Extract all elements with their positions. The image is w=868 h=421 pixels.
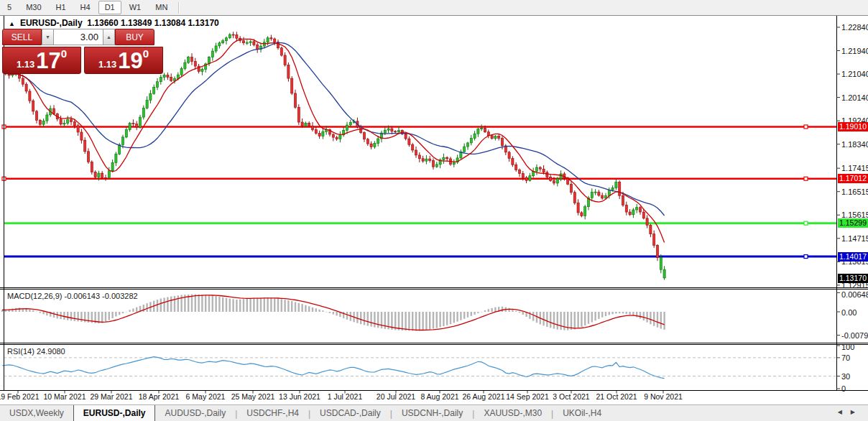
date-axis-label: 13 Jun 2021	[279, 392, 320, 401]
chart-title: ▲EURUSD-,Daily 1.13660 1.13849 1.13084 1…	[9, 18, 219, 28]
buy-price-display[interactable]: 1.13190	[84, 47, 163, 74]
hline-price-label: 1.19010	[838, 122, 868, 131]
rsi-indicator-label: RSI(14) 24.9080	[7, 347, 65, 356]
chart-tab-audusd-daily[interactable]: AUDUSD-,Daily	[155, 405, 235, 421]
macd-indicator-label: MACD(12,26,9) -0.006143 -0.003282	[7, 292, 138, 300]
rsi-axis-tick-label: 70	[841, 353, 850, 362]
macd-axis-tick-label: 0.006485	[841, 290, 868, 299]
chevron-up-icon: ▲	[106, 34, 111, 40]
chart-tab-ukoil-h4[interactable]: UKOil-,H4	[553, 405, 611, 421]
chart-tab-bar: USDX,WeeklyEURUSD-,DailyAUDUSD-,Daily|US…	[0, 404, 868, 421]
date-axis-label: 14 Sep 2021	[506, 392, 549, 401]
hlines-layer	[2, 125, 836, 259]
buy-button[interactable]: BUY	[115, 29, 154, 45]
volume-input[interactable]	[54, 29, 103, 45]
price-axis-tick-label: 1.14715	[841, 234, 868, 243]
date-axis-label: 29 Mar 2021	[91, 392, 133, 401]
rsi-axis-tick-label: 0	[841, 384, 846, 393]
macd-axis-tick-label: -0.007947	[841, 331, 868, 340]
date-axis-label: 26 Aug 2021	[463, 392, 505, 401]
price-axis-tick-label: 1.21940	[841, 47, 868, 55]
price-axis-tick-label: 1.18340	[841, 140, 868, 149]
buy-price-superscript: 0	[143, 49, 149, 59]
rsi-layer	[2, 357, 836, 379]
price-axis-tick-label: 1.20140	[841, 93, 868, 102]
chart-tab-eurusd-daily[interactable]: EURUSD-,Daily	[73, 405, 156, 421]
hline-price-label: 1.17012	[838, 174, 868, 183]
date-axis-label: 21 Oct 2021	[596, 392, 637, 401]
collapse-panel-icon[interactable]: ▲	[9, 20, 15, 27]
date-axis-label: 18 Apr 2021	[139, 392, 180, 401]
date-axis-label: 20 Jul 2021	[377, 392, 415, 401]
chevron-down-icon: ▼	[45, 34, 50, 40]
macd-signal-value: -0.003282	[102, 292, 138, 300]
sell-price-base: 1.13	[17, 57, 34, 72]
volume-increase-button[interactable]: ▲	[103, 29, 115, 45]
rsi-axis-tick-label: 100	[841, 343, 854, 351]
date-axis-label: 10 Mar 2021	[44, 392, 86, 401]
one-click-trade-panel: SELL ▼ ▲ BUY 1.13170 1.13190	[2, 29, 163, 74]
rsi-line	[2, 357, 665, 379]
rsi-value: 24.9080	[37, 347, 65, 356]
trading-platform-window: 5M30H1H4D1W1MN ▲EURUSD-,Daily 1.13660 1.…	[0, 0, 868, 421]
chart-tab-usdcad-daily[interactable]: USDCAD-,Daily	[310, 405, 390, 421]
buy-price-base: 1.13	[98, 57, 116, 72]
price-axis-tick-label: 1.22840	[841, 23, 868, 32]
date-axis-label: 25 May 2021	[231, 392, 275, 401]
date-axis-label: 8 Aug 2021	[420, 392, 458, 401]
tab-scroll-left-icon[interactable]: ◀	[838, 409, 851, 415]
date-axis-label: 3 Oct 2021	[553, 392, 589, 401]
symbol-period-label: EURUSD-,Daily	[20, 18, 83, 28]
volume-decrease-button[interactable]: ▼	[42, 29, 54, 45]
tick-marks	[18, 27, 840, 394]
buy-price-pips: 19	[118, 50, 142, 72]
sell-price-pips: 17	[36, 50, 60, 72]
macd-main-value: -0.006143	[64, 292, 100, 300]
rsi-axis-tick-label: 30	[841, 372, 850, 381]
chart-tab-usdx-weekly[interactable]: USDX,Weekly	[0, 405, 73, 421]
ohlc-values: 1.13660 1.13849 1.13084 1.13170	[87, 18, 219, 28]
price-axis-tick-label: 1.17415	[841, 164, 868, 172]
sell-price-display[interactable]: 1.13170	[2, 47, 81, 74]
date-axis-label: 6 May 2021	[186, 392, 226, 401]
current-price-label: 1.13170	[838, 274, 868, 283]
tab-scroll-right-icon[interactable]: ▶	[851, 409, 864, 415]
price-axis-tick-label: 1.21040	[841, 70, 868, 78]
tab-scroll-buttons: ◀▶	[838, 409, 864, 415]
date-axis-label: 1 Jul 2021	[328, 392, 362, 401]
price-axis-tick-label: 1.16515	[841, 188, 868, 196]
hline-price-label: 1.14017	[838, 252, 868, 262]
chart-tab-usdchf-h4[interactable]: USDCHF-,H4	[237, 405, 308, 421]
chart-tab-usdcnh-daily[interactable]: USDCNH-,Daily	[392, 405, 472, 421]
date-axis-label: 9 Nov 2021	[644, 392, 683, 401]
chart-tab-xauusd-m30[interactable]: XAUUSD-,M30	[474, 405, 551, 421]
sell-button[interactable]: SELL	[2, 29, 42, 45]
date-axis-label: 19 Feb 2021	[0, 392, 39, 401]
macd-axis-tick-label: 0.00	[841, 308, 857, 317]
sell-price-superscript: 0	[61, 49, 67, 59]
hline-price-label: 1.15299	[838, 218, 868, 228]
